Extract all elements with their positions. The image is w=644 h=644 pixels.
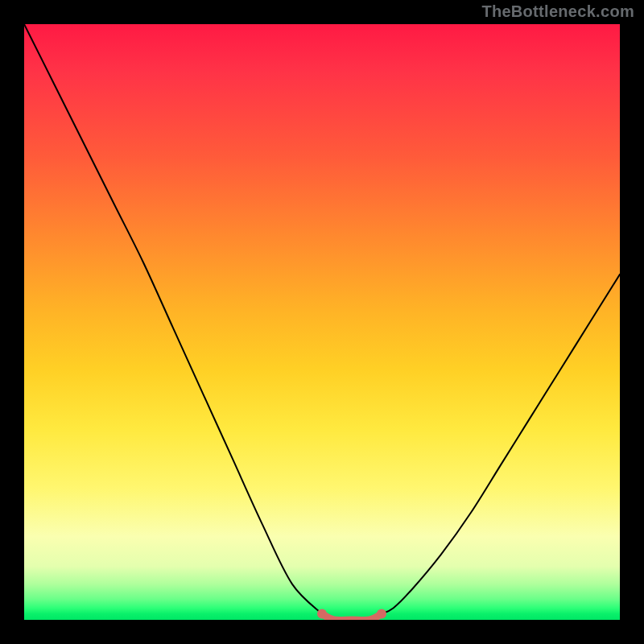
curve-right-branch bbox=[382, 275, 620, 614]
trough-dot-right bbox=[377, 609, 386, 619]
watermark-text: TheBottleneck.com bbox=[481, 2, 634, 21]
chart-frame: TheBottleneck.com bbox=[0, 0, 644, 644]
curve-left-branch bbox=[24, 24, 322, 614]
curve-svg bbox=[24, 24, 620, 620]
plot-area bbox=[24, 24, 620, 620]
curve-trough-highlight bbox=[322, 614, 382, 620]
trough-dot-left bbox=[317, 609, 327, 619]
